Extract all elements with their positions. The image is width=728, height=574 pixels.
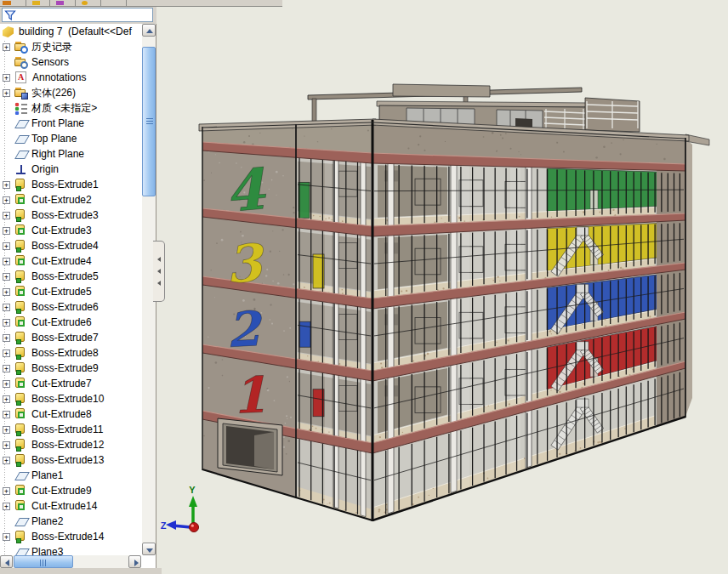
- tree-item[interactable]: Plane3: [0, 544, 142, 555]
- tree-item[interactable]: +Boss-Extrude11: [0, 422, 142, 437]
- tree-item-label: Plane3: [31, 546, 63, 555]
- expand-toggle[interactable]: +: [3, 196, 10, 204]
- expand-toggle[interactable]: +: [3, 89, 10, 97]
- expand-toggle[interactable]: +: [3, 365, 10, 372]
- expand-toggle[interactable]: +: [3, 441, 10, 449]
- featuremanager-tabs[interactable]: [0, 0, 282, 7]
- vertical-scroll-thumb[interactable]: [142, 47, 156, 196]
- expand-toggle[interactable]: +: [3, 457, 10, 464]
- tree-item[interactable]: +Boss-Extrude10: [0, 391, 142, 406]
- expand-toggle[interactable]: +: [3, 319, 10, 327]
- horizontal-scroll-thumb[interactable]: [14, 555, 73, 568]
- expand-toggle[interactable]: +: [3, 258, 10, 265]
- part-icon: [3, 26, 14, 37]
- tree-item-label: Sensors: [31, 56, 69, 68]
- tree-item[interactable]: +Boss-Extrude7: [0, 330, 142, 345]
- expand-toggle[interactable]: +: [3, 411, 10, 418]
- expand-toggle[interactable]: +: [3, 304, 10, 311]
- tree-item[interactable]: +Boss-Extrude1: [0, 177, 142, 192]
- expand-toggle[interactable]: +: [3, 503, 10, 510]
- tree-horizontal-scrollbar[interactable]: [0, 555, 141, 568]
- tree-item[interactable]: +Cut-Extrude9: [0, 483, 142, 498]
- tree-item[interactable]: Origin: [0, 162, 142, 177]
- annot-icon: [15, 71, 26, 83]
- tab-icon: [32, 1, 40, 5]
- tree-item[interactable]: +Boss-Extrude6: [0, 299, 142, 315]
- tree-item-label: Boss-Extrude8: [31, 347, 99, 359]
- boss-icon: [14, 209, 28, 222]
- tree-item-label: Boss-Extrude3: [31, 209, 99, 221]
- tree-item[interactable]: Plane1: [0, 468, 142, 483]
- scroll-left-button[interactable]: [0, 555, 13, 568]
- expand-toggle[interactable]: +: [3, 350, 10, 357]
- expand-toggle[interactable]: +: [3, 380, 10, 388]
- feature-tree: building 7 (Default<<Def +历史记录Sensors+An…: [0, 24, 142, 555]
- tree-item-label: Cut-Extrude2: [31, 194, 92, 206]
- tree-item-label: Boss-Extrude5: [31, 270, 99, 282]
- featuremanager-panel: building 7 (Default<<Def +历史记录Sensors+An…: [0, 0, 156, 574]
- boss-icon: [14, 347, 28, 360]
- tree-item[interactable]: +实体(226): [0, 85, 142, 100]
- expand-toggle[interactable]: +: [3, 273, 10, 281]
- tree-item-label: Plane1: [31, 469, 63, 481]
- expand-toggle[interactable]: +: [3, 74, 10, 82]
- tree-item-label: Cut-Extrude14: [31, 500, 97, 512]
- tree-item[interactable]: +Cut-Extrude14: [0, 498, 142, 514]
- bodies-icon: [14, 87, 28, 99]
- expand-toggle[interactable]: +: [3, 288, 10, 296]
- expand-toggle[interactable]: +: [3, 181, 10, 189]
- tree-item[interactable]: +Cut-Extrude6: [0, 315, 142, 330]
- tree-item[interactable]: Right Plane: [0, 146, 142, 162]
- tree-item[interactable]: Plane2: [0, 514, 142, 529]
- tree-item[interactable]: +Boss-Extrude14: [0, 529, 142, 544]
- collapse-arrow-icon: [157, 281, 161, 286]
- expand-toggle[interactable]: +: [3, 43, 10, 51]
- tree-item[interactable]: Front Plane: [0, 116, 142, 131]
- tree-item[interactable]: +Boss-Extrude4: [0, 238, 142, 253]
- tree-root-label: building 7 (Default<<Def: [19, 26, 132, 37]
- tree-item[interactable]: +Boss-Extrude9: [0, 361, 142, 376]
- tree-item-label: Cut-Extrude6: [31, 316, 92, 328]
- expand-toggle[interactable]: +: [3, 242, 10, 250]
- expand-toggle[interactable]: +: [3, 487, 10, 495]
- expand-toggle[interactable]: +: [3, 227, 10, 235]
- expand-toggle[interactable]: +: [3, 533, 10, 541]
- boss-icon: [14, 439, 28, 452]
- scroll-right-button[interactable]: [128, 555, 141, 568]
- tree-item[interactable]: +历史记录: [0, 39, 142, 54]
- tree-item[interactable]: Top Plane: [0, 131, 142, 146]
- panel-bottom-edge: [0, 568, 162, 574]
- filter-bar: [0, 6, 156, 24]
- filter-input[interactable]: [16, 9, 151, 21]
- tree-item[interactable]: +Cut-Extrude7: [0, 376, 142, 391]
- floor-number: 2: [225, 300, 264, 358]
- tree-item[interactable]: +Cut-Extrude4: [0, 253, 142, 269]
- tree-item[interactable]: +Annotations: [0, 70, 142, 85]
- expand-toggle[interactable]: +: [3, 334, 10, 342]
- tree-item[interactable]: +Boss-Extrude3: [0, 207, 142, 223]
- floor-number: 1: [231, 366, 268, 424]
- panel-collapse-tab[interactable]: [153, 241, 165, 302]
- expand-toggle[interactable]: +: [3, 395, 10, 403]
- tree-item[interactable]: +Boss-Extrude5: [0, 269, 142, 284]
- tree-root-item[interactable]: building 7 (Default<<Def: [0, 24, 142, 39]
- tree-item[interactable]: +Cut-Extrude2: [0, 192, 142, 207]
- boss-icon: [14, 423, 28, 436]
- scroll-up-button[interactable]: [142, 24, 156, 37]
- tree-item[interactable]: +Cut-Extrude3: [0, 223, 142, 238]
- boss-icon: [14, 393, 28, 406]
- tree-item[interactable]: +Boss-Extrude13: [0, 452, 142, 468]
- tree-item[interactable]: +Cut-Extrude5: [0, 284, 142, 299]
- tree-item[interactable]: Sensors: [0, 54, 142, 70]
- tree-item[interactable]: 材质 <未指定>: [0, 100, 142, 116]
- tree-item-label: Boss-Extrude7: [31, 332, 99, 344]
- boss-icon: [14, 270, 28, 283]
- expand-toggle[interactable]: +: [3, 426, 10, 434]
- tree-item[interactable]: +Boss-Extrude8: [0, 345, 142, 361]
- tree-item-label: Boss-Extrude1: [31, 179, 99, 190]
- expand-toggle[interactable]: +: [3, 212, 10, 219]
- cut-icon: [14, 316, 28, 329]
- tree-item[interactable]: +Cut-Extrude8: [0, 406, 142, 422]
- scroll-down-button[interactable]: [142, 543, 156, 555]
- tree-item[interactable]: +Boss-Extrude12: [0, 437, 142, 452]
